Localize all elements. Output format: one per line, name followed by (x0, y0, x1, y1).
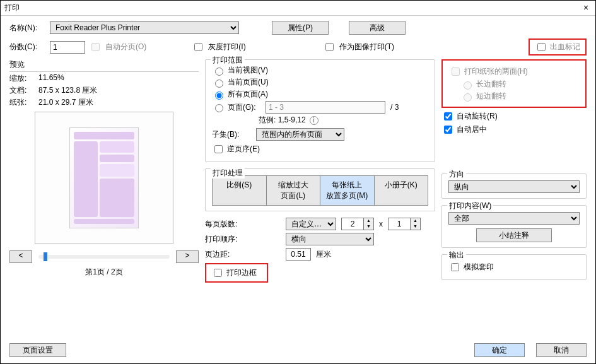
page-indicator: 第1页 / 2页 (9, 267, 199, 278)
tab-multiple[interactable]: 每张纸上 放置多页(M) (320, 176, 375, 205)
copies-input[interactable] (50, 41, 85, 54)
preview-canvas (35, 112, 173, 244)
summary-button[interactable]: 小结注释 (476, 228, 552, 242)
doc-value: 87.5 x 123.8 厘米 (38, 85, 97, 96)
auto-rotate-label: 自动旋转(R) (457, 111, 498, 122)
duplex-checkbox (452, 68, 460, 76)
pages-input[interactable] (266, 101, 385, 114)
pages-hint: 范例: 1,5-9,12 (259, 115, 306, 126)
cols-down[interactable]: ▼ (364, 224, 373, 230)
as-image-checkbox[interactable] (325, 43, 334, 51)
handling-title: 打印处理 (211, 168, 245, 179)
prev-page-button[interactable]: < (9, 250, 32, 263)
margin-label: 页边距: (205, 249, 244, 260)
cols-up[interactable]: ▲ (364, 218, 373, 224)
simulate-label: 模拟套印 (464, 262, 494, 273)
tab-booklet[interactable]: 小册子(K) (375, 176, 428, 205)
long-edge-radio (464, 81, 472, 90)
cols-input[interactable] (341, 218, 364, 230)
tab-scale[interactable]: 比例(S) (213, 176, 267, 205)
preview-title: 预览 (9, 59, 199, 72)
range-title: 打印范围 (211, 55, 245, 66)
all-pages-label: 所有页面(A) (228, 89, 268, 100)
current-view-label: 当前视图(V) (228, 65, 268, 76)
as-image-label: 作为图像打印(T) (339, 42, 394, 52)
window-title: 打印 (4, 3, 580, 13)
output-title: 输出 (447, 250, 466, 261)
border-checkbox[interactable] (214, 269, 222, 277)
preview-thumb (69, 127, 139, 228)
properties-button[interactable]: 属性(P) (272, 21, 329, 35)
pages-radio[interactable] (215, 104, 223, 112)
grayscale-label: 灰度打印(I) (208, 42, 245, 52)
rows-input[interactable] (388, 218, 411, 230)
what-title: 打印内容(W) (447, 201, 493, 211)
all-pages-radio[interactable] (215, 91, 223, 100)
auto-center-checkbox[interactable] (444, 126, 452, 134)
orientation-select[interactable]: 纵向 (448, 180, 580, 193)
ok-button[interactable]: 确定 (474, 343, 525, 357)
auto-rotate-checkbox[interactable] (444, 112, 452, 120)
advanced-button[interactable]: 高级 (349, 21, 406, 35)
doc-label: 文档: (9, 85, 38, 96)
page-slider[interactable] (38, 255, 170, 259)
paper-value: 21.0 x 29.7 厘米 (38, 97, 93, 108)
zoom-label: 缩放: (9, 73, 38, 84)
reverse-checkbox[interactable] (214, 145, 223, 153)
per-page-label: 每页版数: (205, 219, 244, 230)
pages-total: / 3 (390, 103, 399, 112)
current-page-radio[interactable] (215, 79, 223, 88)
bleed-label: 出血标记 (550, 42, 580, 52)
next-page-button[interactable]: > (176, 250, 199, 263)
current-page-label: 当前页面(U) (228, 77, 269, 88)
tab-fit[interactable]: 缩放过大 页面(L) (267, 176, 321, 205)
duplex-label: 打印纸张的两面(H) (464, 66, 528, 77)
subset-label: 子集(B): (212, 129, 251, 140)
short-edge-radio (464, 93, 472, 102)
printer-name-label: 名称(N): (9, 23, 46, 33)
grayscale-checkbox[interactable] (194, 43, 202, 51)
rows-down[interactable]: ▼ (411, 224, 420, 230)
current-view-radio[interactable] (215, 68, 223, 76)
cancel-button[interactable]: 取消 (536, 343, 587, 357)
paper-label: 纸张: (9, 97, 38, 108)
what-select[interactable]: 全部 (448, 212, 580, 225)
bleed-checkbox[interactable] (537, 43, 546, 51)
close-icon[interactable]: × (580, 3, 592, 14)
margin-unit: 厘米 (316, 249, 331, 260)
info-icon[interactable]: i (310, 116, 318, 125)
short-edge-label: 短边翻转 (476, 91, 506, 102)
subset-select[interactable]: 范围内的所有页面 (256, 128, 344, 141)
collate-checkbox (91, 43, 100, 51)
simulate-checkbox[interactable] (451, 263, 459, 271)
printer-select[interactable]: Foxit Reader Plus Printer (50, 21, 239, 34)
x-label: x (379, 220, 383, 228)
zoom-value: 11.65% (38, 73, 64, 84)
long-edge-label: 长边翻转 (476, 79, 506, 90)
collate-label: 自动分页(O) (105, 42, 146, 52)
order-label: 打印顺序: (205, 234, 244, 245)
margin-input[interactable] (286, 248, 311, 261)
orientation-title: 方向 (447, 169, 466, 180)
auto-center-label: 自动居中 (457, 124, 487, 135)
page-setup-button[interactable]: 页面设置 (9, 343, 66, 357)
reverse-label: 逆页序(E) (227, 144, 260, 155)
rows-up[interactable]: ▲ (411, 218, 420, 224)
per-page-select[interactable]: 自定义… (286, 218, 336, 230)
copies-label: 份数(C): (9, 42, 46, 52)
order-select[interactable]: 横向 (286, 233, 374, 245)
border-label: 打印边框 (226, 267, 257, 278)
pages-label: 页面(G): (228, 102, 263, 113)
